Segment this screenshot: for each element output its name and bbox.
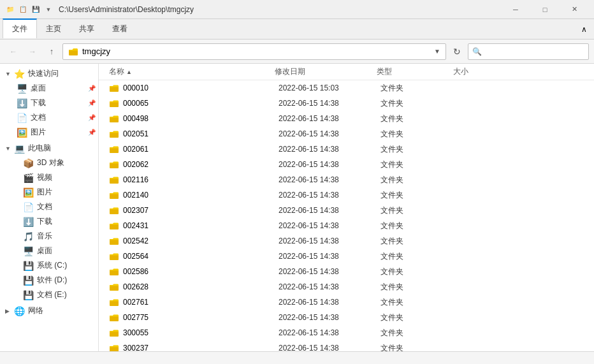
ribbon-expand-button[interactable]: ∧ <box>576 22 591 37</box>
minimize-button[interactable]: ─ <box>501 0 530 19</box>
sidebar-item-desktop[interactable]: 🖥️ 桌面 📌 <box>0 81 98 96</box>
file-type: 文件夹 <box>380 159 457 170</box>
file-type: 文件夹 <box>380 343 457 352</box>
maximize-button[interactable]: □ <box>530 0 560 19</box>
col-header-size[interactable]: 大小 <box>453 66 504 77</box>
folder-icon <box>109 175 123 185</box>
sidebar: ▼ ⭐ 快速访问 🖥️ 桌面 📌 ⬇️ 下载 📌 📄 文档 📌 🖼️ <box>0 64 99 351</box>
table-row[interactable]: 0023072022-06-15 14:38文件夹 <box>99 203 594 218</box>
table-row[interactable]: 0025642022-06-15 14:38文件夹 <box>99 249 594 264</box>
network-header[interactable]: ▶ 🌐 网络 <box>0 303 98 318</box>
table-row[interactable]: 0000652022-06-15 14:38文件夹 <box>99 96 594 111</box>
table-row[interactable]: 0020622022-06-15 14:38文件夹 <box>99 157 594 172</box>
address-field[interactable]: tmgcjzy ▼ <box>62 43 446 60</box>
file-type: 文件夹 <box>380 129 457 140</box>
folder-icon <box>109 190 123 200</box>
file-name: 002051 <box>123 129 279 138</box>
table-row[interactable]: 0024312022-06-15 14:38文件夹 <box>99 218 594 233</box>
pictures-label: 图片 <box>31 127 46 138</box>
sidebar-item-pictures[interactable]: 🖼️ 图片 📌 <box>0 125 98 140</box>
file-name: 002775 <box>123 313 279 322</box>
this-pc-section: ▼ 💻 此电脑 📦 3D 对象 🎬 视频 🖼️ 图片 📄 文档 ⬇️ <box>0 141 98 302</box>
content-area: 名称 ▲ 修改日期 类型 大小 0000102022-06-15 15:03文件… <box>99 64 594 351</box>
file-type: 文件夹 <box>380 251 457 262</box>
file-type: 文件夹 <box>380 221 457 231</box>
sidebar-item-images[interactable]: 🖼️ 图片 <box>0 185 98 200</box>
pin-icon-downloads: 📌 <box>88 99 96 106</box>
table-row[interactable]: 0025422022-06-15 14:38文件夹 <box>99 233 594 249</box>
sidebar-item-downloads[interactable]: ⬇️ 下载 📌 <box>0 96 98 110</box>
e-drive-label: 文档 (E:) <box>37 289 67 300</box>
sidebar-item-desktop2[interactable]: 🖥️ 桌面 <box>0 244 98 258</box>
col-header-date[interactable]: 修改日期 <box>275 66 377 77</box>
file-name: 300237 <box>123 344 279 351</box>
close-button[interactable]: ✕ <box>560 0 589 19</box>
folder-icon <box>109 251 123 261</box>
ribbon-tab-view[interactable]: 查看 <box>103 20 136 38</box>
main-layout: ▼ ⭐ 快速访问 🖥️ 桌面 📌 ⬇️ 下载 📌 📄 文档 📌 🖼️ <box>0 64 594 351</box>
file-type: 文件夹 <box>380 113 457 124</box>
up-button[interactable]: ↑ <box>43 43 60 60</box>
downloads-icon: ⬇️ <box>17 98 27 108</box>
window-controls: ─ □ ✕ <box>501 0 589 19</box>
docs-label: 文档 <box>37 201 52 212</box>
col-size-label: 大小 <box>453 66 468 77</box>
table-row[interactable]: 0027612022-06-15 14:38文件夹 <box>99 295 594 310</box>
col-type-label: 类型 <box>377 66 392 77</box>
sidebar-item-c-drive[interactable]: 💾 系统 (C:) <box>0 258 98 273</box>
quick-access-header[interactable]: ▼ ⭐ 快速访问 <box>0 66 98 81</box>
table-row[interactable]: 0026282022-06-15 14:38文件夹 <box>99 279 594 295</box>
address-dropdown-icon[interactable]: ▼ <box>434 48 440 55</box>
file-date: 2022-06-15 14:38 <box>279 328 380 337</box>
folder-icon <box>109 144 123 154</box>
file-date: 2022-06-15 14:38 <box>279 206 380 215</box>
table-row[interactable]: 0021402022-06-15 14:38文件夹 <box>99 187 594 203</box>
folder-icon <box>109 328 123 338</box>
title-bar: 📁 📋 💾 ▼ C:\Users\Administrator\Desktop\t… <box>0 0 594 19</box>
ribbon-tab-home[interactable]: 主页 <box>37 20 70 38</box>
table-row[interactable]: 3000552022-06-15 14:38文件夹 <box>99 325 594 340</box>
col-header-type[interactable]: 类型 <box>377 66 453 77</box>
file-date: 2022-06-15 14:38 <box>279 175 380 184</box>
this-pc-chevron: ▼ <box>5 145 11 152</box>
search-box[interactable]: 🔍 <box>468 43 589 60</box>
file-type: 文件夹 <box>380 312 457 323</box>
table-row[interactable]: 0025862022-06-15 14:38文件夹 <box>99 264 594 279</box>
search-icon: 🔍 <box>472 47 482 56</box>
file-type: 文件夹 <box>380 282 457 293</box>
quick-access-section: ▼ ⭐ 快速访问 🖥️ 桌面 📌 ⬇️ 下载 📌 📄 文档 📌 🖼️ <box>0 66 98 140</box>
images-label: 图片 <box>37 187 52 198</box>
table-row[interactable]: 0020512022-06-15 14:38文件夹 <box>99 126 594 142</box>
address-text: tmgcjzy <box>82 47 110 56</box>
network-icon: 🌐 <box>14 306 25 316</box>
sidebar-item-3d-objects[interactable]: 📦 3D 对象 <box>0 156 98 170</box>
ribbon-tab-file[interactable]: 文件 <box>3 18 37 38</box>
ribbon-tab-share[interactable]: 共享 <box>70 20 103 38</box>
file-name: 000065 <box>123 99 279 108</box>
forward-button[interactable]: → <box>24 43 41 60</box>
table-row[interactable]: 0027752022-06-15 14:38文件夹 <box>99 310 594 325</box>
documents-icon: 📄 <box>17 113 27 123</box>
sidebar-item-e-drive[interactable]: 💾 文档 (E:) <box>0 288 98 302</box>
sidebar-item-d-drive[interactable]: 💾 软件 (D:) <box>0 273 98 288</box>
sort-arrow-name: ▲ <box>126 69 132 75</box>
sidebar-item-dl[interactable]: ⬇️ 下载 <box>0 214 98 229</box>
this-pc-header[interactable]: ▼ 💻 此电脑 <box>0 141 98 156</box>
pin-icon-desktop: 📌 <box>88 85 96 92</box>
back-button[interactable]: ← <box>5 43 22 60</box>
sidebar-item-docs[interactable]: 📄 文档 <box>0 200 98 214</box>
folder-icon <box>109 236 123 246</box>
table-row[interactable]: 3002372022-06-15 14:38文件夹 <box>99 340 594 351</box>
table-row[interactable]: 0020612022-06-15 14:38文件夹 <box>99 142 594 157</box>
sidebar-item-videos[interactable]: 🎬 视频 <box>0 170 98 185</box>
refresh-button[interactable]: ↻ <box>449 43 465 60</box>
sidebar-item-documents[interactable]: 📄 文档 📌 <box>0 110 98 125</box>
col-header-name[interactable]: 名称 ▲ <box>109 66 275 77</box>
table-row[interactable]: 0000102022-06-15 15:03文件夹 <box>99 80 594 96</box>
folder-icon <box>109 159 123 170</box>
sidebar-item-music[interactable]: 🎵 音乐 <box>0 229 98 244</box>
desktop2-icon: 🖥️ <box>23 246 34 256</box>
downloads-label: 下载 <box>31 98 46 108</box>
table-row[interactable]: 0004982022-06-15 14:38文件夹 <box>99 111 594 126</box>
table-row[interactable]: 0021162022-06-15 14:38文件夹 <box>99 172 594 187</box>
